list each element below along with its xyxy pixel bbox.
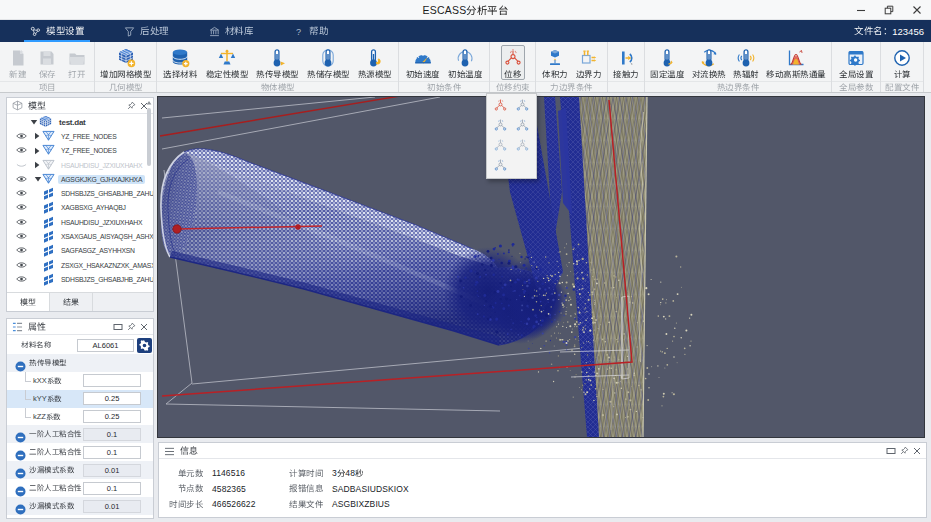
tree-item[interactable]: XAGBSXG_AYHAQBJ xyxy=(7,201,153,215)
ribbon-button-new-file[interactable] xyxy=(6,45,30,80)
menu-tab-post-process[interactable] xyxy=(116,20,177,42)
tree-item-label[interactable]: AGSGKJKG_GJHXAJKHXA xyxy=(58,175,145,184)
pin-icon[interactable] xyxy=(127,322,136,331)
tree-item-label[interactable]: XSAXGAUS_AISYAQSH_ASHX xyxy=(58,232,153,241)
property-row[interactable]: kYY 0.25 xyxy=(7,390,153,408)
visibility-eye-icon[interactable] xyxy=(16,218,27,227)
property-value-input[interactable]: 0.1 xyxy=(83,482,141,495)
collapse-minus-icon[interactable] xyxy=(15,358,25,368)
menu-tab-model-setup[interactable] xyxy=(22,20,92,42)
visibility-eye-icon[interactable] xyxy=(16,146,27,155)
property-value-input[interactable]: 0.25 xyxy=(83,410,141,423)
ribbon-button-heat-conduction-model[interactable] xyxy=(254,45,301,80)
property-row[interactable]: 0.1 xyxy=(7,443,153,461)
scroll-up-icon[interactable] xyxy=(146,100,152,106)
property-value-input[interactable]: 0.25 xyxy=(83,392,141,405)
tree-item[interactable]: YZ_FREE_NODES xyxy=(7,129,153,143)
collapse-minus-icon[interactable] xyxy=(15,429,25,439)
ribbon-button-select-material[interactable] xyxy=(161,45,199,80)
property-row[interactable]: 0.01 xyxy=(7,497,153,515)
visibility-eye-icon[interactable] xyxy=(16,161,27,170)
tree-item[interactable]: ZSXGX_HSAKAZNZXK_AMASX xyxy=(7,258,153,272)
property-value-input[interactable]: 0.1 xyxy=(83,428,141,441)
visibility-eye-icon[interactable] xyxy=(16,261,27,270)
tree-item[interactable]: HSAUHDISU_JZXIUXHAHX xyxy=(7,158,153,172)
tree-item[interactable]: XSAXGAUS_AISYAQSH_ASHX xyxy=(7,229,153,243)
menu-tab-help[interactable]: ? xyxy=(285,20,336,42)
ribbon-button-boundary-force[interactable] xyxy=(574,45,604,80)
visibility-eye-icon[interactable] xyxy=(16,132,27,141)
displacement-constraint-option[interactable] xyxy=(512,137,535,154)
tree-item-label[interactable]: SAGFASGZ_ASYHHXSN xyxy=(58,246,138,255)
ribbon-button-moving-gauss-flux[interactable] xyxy=(764,45,828,80)
property-value-input[interactable]: AL6061 xyxy=(77,339,134,352)
tree-item-label[interactable]: HSAUHDISU_JZXIUXHAHX xyxy=(58,161,145,170)
ribbon-button-displacement[interactable] xyxy=(501,45,525,80)
tree-item[interactable]: HSAUHDISU_JZXIUXHAHX xyxy=(7,215,153,229)
viewport-3d-scene[interactable] xyxy=(158,97,924,437)
ribbon-button-radiation[interactable] xyxy=(731,45,761,80)
property-row[interactable]: 0.1 xyxy=(7,425,153,443)
restore-button[interactable] xyxy=(875,0,903,20)
expander-icon[interactable] xyxy=(34,147,42,155)
panel-tab-model[interactable] xyxy=(7,293,50,311)
collapse-minus-icon[interactable] xyxy=(15,447,25,457)
displacement-constraint-option[interactable] xyxy=(489,97,512,114)
tree-item-label[interactable]: SDHSBJZS_GHSABJHB_ZAHU xyxy=(58,189,153,198)
tree-item-label[interactable]: ZSXGX_HSAKAZNZXK_AMASX xyxy=(58,261,153,270)
displacement-constraint-option[interactable] xyxy=(489,157,512,174)
collapse-minus-icon[interactable] xyxy=(15,501,25,511)
visibility-eye-icon[interactable] xyxy=(16,246,27,255)
ribbon-button-contact-force[interactable] xyxy=(611,45,641,80)
tree-item[interactable]: SDHSBJZS_GHSABJHB_ZAHU xyxy=(7,272,153,286)
property-value-input[interactable] xyxy=(83,374,141,387)
ribbon-button-heat-source-model[interactable] xyxy=(356,45,394,80)
property-row[interactable]: AL6061 xyxy=(7,336,153,354)
collapse-minus-icon[interactable] xyxy=(15,465,25,475)
ribbon-button-heat-storage-model[interactable] xyxy=(305,45,352,80)
tree-item-label[interactable]: YZ_FREE_NODES xyxy=(58,132,119,141)
property-row[interactable]: kXX xyxy=(7,372,153,390)
property-value-input[interactable]: 0.01 xyxy=(83,464,141,477)
menu-tab-material-lib[interactable] xyxy=(201,20,262,42)
ribbon-button-global-settings[interactable] xyxy=(837,45,875,80)
tree-item-label[interactable]: HSAUHDISU_JZXIUXHAHX xyxy=(58,218,145,227)
property-value-input[interactable]: 0.01 xyxy=(83,500,141,513)
tree-item-label[interactable]: SDHSBJZS_GHSABJHB_ZAHU xyxy=(58,275,153,284)
ribbon-button-save[interactable] xyxy=(35,45,59,80)
close-icon[interactable] xyxy=(140,323,148,331)
visibility-eye-icon[interactable] xyxy=(16,189,27,198)
expander-icon[interactable] xyxy=(34,176,42,182)
tree-item-label[interactable]: YZ_FREE_NODES xyxy=(58,146,119,155)
expander-icon[interactable] xyxy=(34,161,42,169)
visibility-eye-icon[interactable] xyxy=(16,175,27,184)
property-row[interactable]: 0.1 xyxy=(7,479,153,497)
tree-item[interactable]: SAGFASGZ_ASYHHXSN xyxy=(7,244,153,258)
close-icon[interactable] xyxy=(913,447,921,455)
ribbon-button-open-folder[interactable] xyxy=(65,45,89,80)
scrollbar-thumb[interactable] xyxy=(147,108,151,166)
tree-item[interactable]: AGSGKJKG_GJHXAJKHXA xyxy=(7,172,153,186)
panel-tab-results[interactable] xyxy=(50,293,93,311)
ribbon-button-add-mesh-model[interactable] xyxy=(98,45,153,80)
ribbon-button-initial-velocity[interactable] xyxy=(404,45,442,80)
property-row[interactable]: kZZ 0.25 xyxy=(7,408,153,426)
ribbon-button-stability-model[interactable] xyxy=(204,45,251,80)
property-row[interactable] xyxy=(7,354,153,372)
tree-item[interactable]: YZ_FREE_NODES xyxy=(7,144,153,158)
ribbon-button-body-force[interactable] xyxy=(540,45,570,80)
displacement-constraint-option[interactable] xyxy=(489,117,512,134)
float-icon[interactable] xyxy=(886,447,896,455)
ribbon-button-fixed-temperature[interactable] xyxy=(648,45,686,80)
visibility-eye-icon[interactable] xyxy=(16,203,27,212)
property-value-input[interactable]: 0.1 xyxy=(83,446,141,459)
material-gear-button[interactable] xyxy=(137,338,152,353)
ribbon-button-convection[interactable] xyxy=(690,45,728,80)
displacement-constraint-option[interactable] xyxy=(489,137,512,154)
close-button[interactable] xyxy=(903,0,931,20)
pin-icon[interactable] xyxy=(900,446,909,455)
pin-icon[interactable] xyxy=(127,101,136,110)
property-row[interactable]: 0.01 xyxy=(7,461,153,479)
viewport-3d[interactable] xyxy=(158,97,924,437)
ribbon-button-compute[interactable] xyxy=(890,45,914,80)
